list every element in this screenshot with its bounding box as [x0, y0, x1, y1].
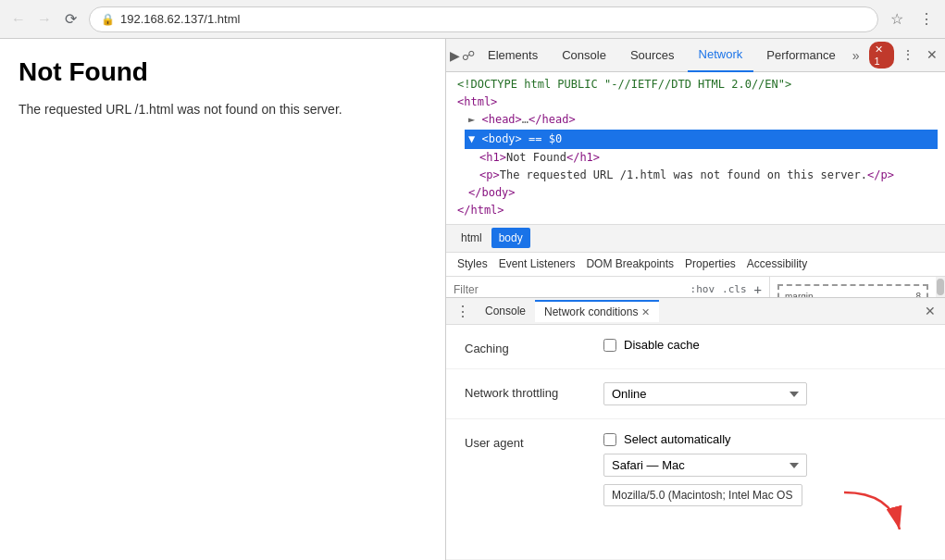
caching-row: Caching Disable cache — [446, 325, 945, 369]
tab-html[interactable]: html — [454, 228, 490, 248]
scrollbar[interactable] — [936, 277, 945, 298]
error-badge: ✕ 1 — [869, 42, 895, 68]
device-icon[interactable]: ☍ — [462, 43, 475, 68]
tab-body[interactable]: body — [491, 228, 530, 248]
tab-properties[interactable]: Properties — [681, 255, 740, 272]
html-tree: <!DOCTYPE html PUBLIC "-//IETF//DTD HTML… — [446, 72, 945, 225]
browser-bar: ← → ⟳ 🔒 192.168.62.137/1.html ☆ ⋮ — [0, 0, 945, 39]
devtools-close-button[interactable]: ✕ — [921, 42, 944, 68]
element-tabs-row: html body — [446, 225, 945, 253]
tab-sources[interactable]: Sources — [619, 39, 686, 72]
select-automatically-label: Select automatically — [624, 432, 731, 446]
bm-outer: margin 8 border - padding- 8 — [777, 284, 928, 298]
throttling-value: Online Fast 3G Slow 3G Offline Custom — [603, 382, 926, 405]
styles-content: :hov .cls + element.style { } bod — [446, 277, 945, 298]
page-content: Not Found The requested URL /1.html was … — [0, 39, 445, 560]
tree-line-html-close: </html> — [454, 202, 938, 219]
refresh-button[interactable]: ⟳ — [59, 8, 81, 31]
user-agent-select[interactable]: Safari — Mac Chrome — Mac Firefox — Mac … — [603, 454, 807, 477]
hov-button[interactable]: :hov — [690, 283, 715, 295]
throttling-label: Network throttling — [465, 382, 585, 400]
close-console-panel[interactable]: ✕ — [919, 304, 941, 318]
console-drag-dots[interactable]: ⋮ — [450, 303, 476, 320]
inspect-icon[interactable]: ▶ — [450, 43, 460, 68]
tab-event-listeners[interactable]: Event Listeners — [495, 255, 579, 272]
user-agent-row: User agent Select automatically Safari —… — [446, 419, 945, 560]
user-agent-label: User agent — [465, 432, 585, 450]
disable-cache-label: Disable cache — [624, 338, 700, 352]
tab-console-bottom[interactable]: Console — [476, 301, 535, 321]
back-button[interactable]: ← — [7, 8, 30, 31]
tab-network-conditions[interactable]: Network throttling Network conditions ✕ — [535, 300, 659, 322]
caching-value: Disable cache — [603, 338, 926, 352]
tree-line-html: <html> — [454, 93, 938, 111]
tab-elements[interactable]: Elements — [477, 39, 549, 72]
devtools-panel: ▶ ☍ Elements Console Sources Network Per… — [445, 39, 945, 560]
tree-line-doctype: <!DOCTYPE html PUBLIC "-//IETF//DTD HTML… — [454, 76, 938, 93]
select-automatically-checkbox[interactable] — [603, 433, 616, 446]
filter-row: :hov .cls + — [454, 280, 762, 298]
devtools-top-tabs: ▶ ☍ Elements Console Sources Network Per… — [446, 39, 945, 72]
throttling-row: Network throttling Online Fast 3G Slow 3… — [446, 369, 945, 419]
styles-inner-tabs: Styles Event Listeners DOM Breakpoints P… — [446, 253, 945, 277]
tree-line-p: <p>The requested URL /1.html was not fou… — [476, 167, 938, 184]
nav-buttons: ← → ⟳ — [7, 8, 81, 31]
main-area: Not Found The requested URL /1.html was … — [0, 39, 945, 560]
filter-input[interactable] — [454, 283, 683, 296]
page-body: The requested URL /1.html was not found … — [19, 102, 427, 117]
bookmark-button[interactable]: ☆ — [886, 8, 908, 31]
user-agent-string-input[interactable] — [603, 484, 802, 506]
page-title: Not Found — [19, 57, 427, 87]
tab-network[interactable]: Network — [688, 39, 754, 72]
throttling-select[interactable]: Online Fast 3G Slow 3G Offline Custom — [603, 382, 807, 405]
caching-label: Caching — [465, 338, 585, 355]
more-tabs-button[interactable]: » — [849, 48, 864, 63]
user-agent-controls: Select automatically Safari — Mac Chrome… — [603, 432, 807, 506]
tab-dom-breakpoints[interactable]: DOM Breakpoints — [582, 255, 678, 272]
scrollbar-thumb[interactable] — [937, 279, 944, 296]
add-style-button[interactable]: + — [754, 282, 762, 297]
tree-line-head[interactable]: ► <head>…</head> — [465, 111, 938, 129]
close-network-conditions[interactable]: ✕ — [641, 306, 650, 318]
tab-styles[interactable]: Styles — [454, 255, 491, 272]
console-tabs-row: ⋮ Console Network throttling Network con… — [446, 297, 945, 325]
devtools-icons: ✕ 1 ⋮ ✕ — [867, 42, 944, 68]
tree-line-body-close: </body> — [465, 184, 938, 202]
arrow-annotation — [835, 488, 909, 543]
tab-console[interactable]: Console — [551, 39, 617, 72]
tab-accessibility[interactable]: Accessibility — [743, 255, 811, 272]
devtools-more-button[interactable]: ⋮ — [896, 42, 919, 68]
tree-line-body[interactable]: ▼ <body> == $0 — [465, 130, 938, 149]
network-conditions-panel: Caching Disable cache Network throttling… — [446, 325, 945, 560]
cls-button[interactable]: .cls — [722, 283, 747, 295]
disable-cache-checkbox[interactable] — [603, 339, 616, 352]
tab-performance[interactable]: Performance — [755, 39, 846, 72]
box-model: margin 8 border - padding- 8 — [769, 277, 936, 298]
tree-line-h1: <h1>Not Found</h1> — [476, 149, 938, 167]
styles-left: :hov .cls + element.style { } bod — [446, 277, 769, 298]
lock-icon: 🔒 — [101, 13, 115, 26]
menu-button[interactable]: ⋮ — [915, 8, 938, 31]
address-bar[interactable]: 🔒 192.168.62.137/1.html — [89, 6, 878, 32]
address-text: 192.168.62.137/1.html — [120, 12, 240, 26]
forward-button[interactable]: → — [33, 8, 56, 31]
